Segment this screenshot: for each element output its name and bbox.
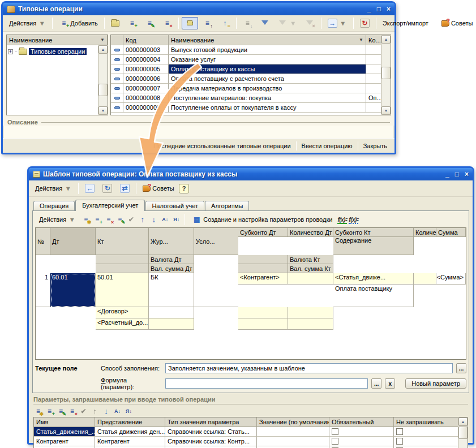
subconto-dt-3-cell[interactable]: <Расчетный_до... — [96, 318, 149, 330]
subconto-kt-2-cell[interactable] — [238, 307, 288, 318]
noask-checkbox[interactable] — [396, 428, 403, 435]
reread-button[interactable]: ↻ — [99, 182, 115, 195]
edit-param-icon[interactable]: ≡✎ — [56, 407, 66, 416]
finish-edit-icon[interactable]: ✔ — [79, 407, 88, 416]
content-cell[interactable]: Оплата поставщику — [333, 285, 414, 307]
move-up-icon[interactable]: ↑ — [138, 215, 147, 224]
qty-dt-cell[interactable] — [288, 273, 333, 285]
close-window-button[interactable]: Закрыть — [358, 141, 392, 151]
scroll-thumb[interactable] — [381, 67, 391, 79]
go-to-button[interactable]: ⇄ — [117, 182, 133, 195]
icon-column-header[interactable] — [111, 35, 123, 45]
param-name-cell[interactable]: Контрагент — [34, 437, 95, 446]
col-credit[interactable]: Кт — [96, 228, 149, 255]
cur-sum-kt-cell[interactable] — [288, 318, 333, 330]
tab-accounting[interactable]: Бухгалтерский учет — [75, 200, 145, 211]
clear-filter-button[interactable]: × — [302, 17, 318, 29]
refresh-button[interactable]: ↻ — [357, 17, 373, 29]
actions-menu-button[interactable]: Действия▾ — [6, 17, 49, 29]
subconto-kt-1-cell[interactable]: <Статья_движе... — [333, 273, 414, 285]
subconto-dt-2-cell[interactable]: <Договор> — [96, 307, 149, 318]
param-name-cell[interactable]: Статья_движения_... — [34, 427, 95, 437]
help-button[interactable]: ? — [179, 184, 190, 193]
maximize-button[interactable]: □ — [377, 3, 381, 15]
tree-header-name[interactable]: Наименование▼ — [7, 35, 108, 45]
parameters-scrollbar[interactable]: ▲ ▼ — [458, 417, 468, 448]
tab-algorithms[interactable]: Алгоритмы — [205, 201, 249, 211]
fx-set-icon[interactable]: f(x)꞊ — [349, 217, 358, 223]
groups-tree[interactable]: + ·· Типовые операции — [7, 45, 98, 115]
window1-titlebar[interactable]: Типовые операции _ □ × — [3, 3, 394, 15]
col-currency-dt[interactable]: Валюта Дт — [149, 255, 194, 264]
qty-kt-cell[interactable] — [414, 273, 436, 285]
tree-item-label[interactable]: Типовые операции — [29, 48, 87, 55]
formula-choose-button[interactable]: ... — [371, 378, 381, 389]
col-content[interactable]: Содержание — [333, 237, 414, 255]
subconto-kt-3-cell[interactable] — [238, 318, 288, 330]
code-column-header[interactable]: Код — [123, 35, 169, 45]
tab-operation[interactable]: Операция — [33, 201, 75, 211]
sum-cell[interactable]: <Сумма> — [436, 273, 466, 285]
param-col-noask[interactable]: Не запрашивать — [394, 417, 458, 427]
edit-row-icon[interactable]: ≡✎ — [115, 215, 125, 224]
sort-settings-button[interactable]: ≡↓ — [239, 17, 256, 29]
formula-input[interactable] — [165, 378, 368, 389]
condition-cell[interactable] — [194, 273, 238, 307]
fx-edit-icon[interactable]: f(x)꞊ — [337, 217, 347, 223]
move-down-icon[interactable]: ↓ — [101, 407, 111, 416]
tips-button[interactable]: Советы — [438, 18, 476, 28]
param-type-cell[interactable]: Справочник ссылка: Контр... — [165, 437, 257, 446]
param-col-name[interactable]: Имя — [34, 417, 95, 427]
move-down-icon[interactable]: ↓ — [149, 215, 158, 224]
scroll-down-icon[interactable]: ▼ — [381, 106, 391, 115]
move-up-icon[interactable]: ↑ — [90, 407, 100, 416]
col-condition[interactable]: Усло... — [194, 228, 238, 255]
level-up-button[interactable]: ↑≡ — [217, 17, 233, 29]
col-subconto-dt[interactable]: Субконто Дт — [238, 228, 288, 237]
sort-asc-icon[interactable]: A↓ — [113, 407, 122, 416]
scroll-up-icon[interactable]: ▲ — [458, 417, 468, 426]
delete-row-icon[interactable]: ≡× — [104, 215, 113, 224]
add-button[interactable]: ≡+ Добавить — [55, 17, 101, 29]
col-cur-sum-dt[interactable]: Вал. сумма Дт — [149, 264, 194, 273]
hierarchy-view-button[interactable] — [182, 17, 198, 29]
list-item[interactable]: 0000000009 Поступление оплаты от покупат… — [111, 103, 381, 113]
subconto-dt-1-cell[interactable]: <Контрагент> — [238, 273, 288, 285]
list-item-selected[interactable]: 0000000005 Оплата поставщику из кассы — [111, 64, 381, 74]
tab-tax[interactable]: Налоговый учет — [145, 201, 204, 211]
param-repr-cell[interactable]: Контрагент — [95, 437, 165, 446]
currency-kt-cell[interactable] — [288, 307, 333, 318]
credit-account-cell[interactable]: 50.01 — [96, 273, 149, 307]
param-col-repr[interactable]: Представление — [95, 417, 165, 427]
list-item[interactable]: 0000000007 Передача материалов в произво… — [111, 84, 381, 93]
fill-method-choose-button[interactable]: ... — [456, 363, 466, 373]
tips-button[interactable]: Советы — [139, 183, 177, 193]
col-debit[interactable]: Дт — [50, 228, 96, 255]
filter-settings-button[interactable] — [257, 17, 273, 29]
name-column-header[interactable]: Наименование▼ — [169, 35, 366, 45]
minimize-button[interactable]: _ — [445, 169, 449, 180]
add-param-icon[interactable]: ≡✱ — [33, 407, 43, 416]
param-default-cell[interactable] — [257, 427, 329, 437]
journal-cell[interactable]: БК — [149, 273, 194, 307]
tree-item-root[interactable]: + ·· Типовые операции — [8, 47, 97, 56]
posting-params-setup-button[interactable]: ▦ Создание и настройка параметров провод… — [188, 213, 336, 226]
window2-titlebar[interactable]: Шаблон типовой операции: Оплата поставщи… — [29, 168, 473, 180]
col-number[interactable]: № — [36, 228, 50, 255]
param-col-required[interactable]: Обязательный — [329, 417, 394, 427]
maximize-button[interactable]: □ — [455, 169, 459, 180]
recent-operations-button[interactable]: Последние использованные типовые операци… — [148, 141, 296, 151]
scroll-thumb[interactable] — [458, 427, 468, 439]
new-group-button[interactable] — [108, 19, 123, 28]
list-scrollbar[interactable]: ▲ ▼ — [381, 35, 391, 115]
tree-scrollbar[interactable]: ▲ ▼ — [98, 45, 108, 115]
required-checkbox[interactable] — [332, 428, 338, 435]
col-qty-dt[interactable]: Количество Дт — [288, 228, 333, 237]
close-button[interactable]: × — [465, 169, 469, 180]
add-copy-row-icon[interactable]: ≡+ — [92, 215, 102, 224]
currency-dt-cell[interactable] — [149, 307, 194, 318]
col-qty-kt[interactable]: Количество Кт — [414, 228, 436, 237]
minimize-button[interactable]: _ — [367, 3, 371, 15]
tree-expand-icon[interactable]: + — [8, 49, 13, 54]
fill-method-input[interactable]: Заполняется значением, указанным в шабло… — [165, 363, 453, 373]
